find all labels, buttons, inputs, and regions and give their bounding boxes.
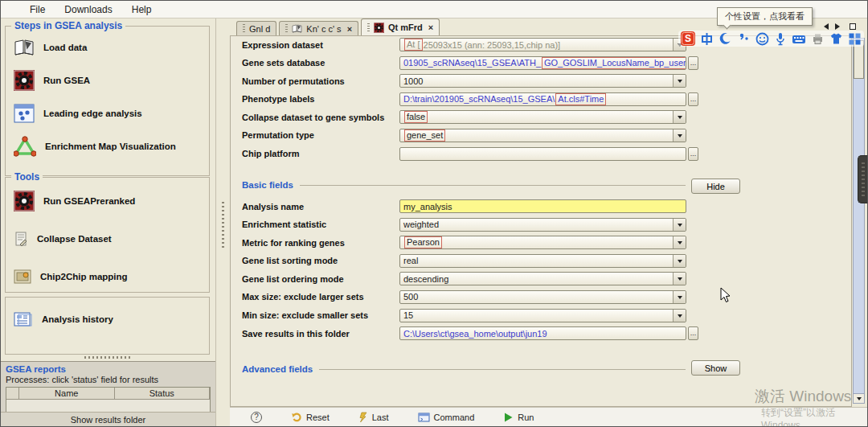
chip-icon (14, 269, 31, 284)
dropdown-arrow-icon[interactable] (673, 291, 686, 303)
dropdown-arrow-icon[interactable] (673, 273, 686, 285)
dropdown-arrow-icon[interactable] (673, 310, 686, 322)
show-button[interactable]: Show (691, 360, 740, 376)
vertical-splitter[interactable] (216, 18, 230, 426)
command-button[interactable]: Command (418, 412, 475, 423)
sidebar-item-run-gseapreranked[interactable]: Run GSEAPreranked (14, 191, 209, 211)
tab-scroll-right-icon[interactable] (835, 23, 843, 30)
form-row-permutation-type: Permutation typegene_set (242, 129, 698, 142)
sidebar-item-leading-edge-analysis[interactable]: Leading edge analysis (14, 103, 209, 124)
basic-fields-title: Basic fields (242, 180, 293, 190)
field-label: Metric for ranking genes (242, 238, 399, 248)
dock-handle[interactable] (858, 155, 867, 203)
input-analysis-name[interactable]: my_analysis (399, 199, 686, 213)
panel-tools-title: Tools (11, 171, 43, 183)
form-row-expression-dataset: Expression datasetAt [25093x15 (ann: 250… (242, 38, 698, 51)
basic-fields-section-header: Basic fields (242, 179, 686, 191)
field-label: Save results in this folder (242, 329, 399, 339)
field-label: Enrichment statistic (242, 220, 399, 229)
sidebar-item-load-data[interactable]: Load data (14, 37, 209, 58)
field-value: false (404, 111, 428, 123)
dropdown-permutation-type[interactable]: gene_set (399, 129, 686, 142)
sidebar-item-chip2chip-mapping[interactable]: Chip2Chip mapping (14, 266, 209, 287)
browse-button[interactable]: ... (688, 326, 698, 340)
input-chip-platform[interactable] (399, 147, 686, 161)
form-row-enrichment-statistic: Enrichment statisticweighted (242, 218, 698, 232)
dropdown-expression-dataset[interactable]: At [25093x15 (ann: 25093,15,chip na)] (399, 38, 686, 51)
browse-button[interactable]: ... (688, 56, 698, 70)
panel-steps: Steps in GSEA analysis Load dataRun GSEA… (5, 26, 210, 176)
hide-button[interactable]: Hide (691, 179, 740, 194)
sidebar-item-run-gsea[interactable]: Run GSEA (14, 70, 209, 91)
tab-gnl-d[interactable]: Gnl d (236, 21, 276, 35)
sidebar-horizontal-splitter[interactable] (1, 355, 215, 360)
dropdown-arrow-icon[interactable] (673, 75, 686, 87)
vertical-scrollbar[interactable] (853, 38, 865, 404)
input-save-results-in-this-folder[interactable]: C:\Users\ct\gsea_home\output\jun19 (399, 326, 686, 340)
grid-icon[interactable] (847, 31, 862, 46)
tab-kn-c-c-s[interactable]: Kn' c c' s× (279, 21, 358, 35)
sidebar-item-label: Run GSEA (43, 76, 90, 85)
zhong-icon (700, 32, 714, 46)
smiley-icon[interactable] (755, 31, 769, 46)
book-icon (292, 23, 302, 34)
command-icon (418, 412, 430, 423)
last-button[interactable]: Last (358, 412, 389, 423)
dropdown-max-size-exclude-larger-sets[interactable]: 500 (399, 290, 686, 304)
dropdown-metric-for-ranking-genes[interactable]: Pearson (399, 236, 686, 249)
menu-downloads[interactable]: Downloads (55, 2, 121, 17)
dropdown-arrow-icon[interactable] (673, 111, 686, 123)
moon-icon[interactable] (718, 31, 732, 46)
tab-close-icon[interactable]: × (428, 23, 433, 32)
grid-icon (848, 32, 862, 46)
dropdown-collapse-dataset-to-gene-symbols[interactable]: false (399, 110, 686, 124)
reports-col-status[interactable]: Status (115, 388, 211, 399)
dropdown-gene-list-ordering-mode[interactable]: descending (399, 272, 686, 285)
menu-help[interactable]: Help (122, 2, 162, 17)
keyboard-icon[interactable] (792, 31, 806, 46)
dropdown-arrow-icon[interactable] (673, 129, 686, 142)
tool-icon[interactable] (810, 31, 825, 46)
help-icon[interactable]: ? (251, 412, 262, 423)
input-phenotype-labels[interactable]: D:\train\201905_scRNAseq\15_GSEA\At.cls#… (399, 92, 686, 106)
scrollbar-down-arrow[interactable] (853, 393, 865, 404)
zhong-icon[interactable] (699, 31, 714, 46)
quote-icon (739, 32, 749, 45)
moon-icon (719, 32, 731, 45)
ime-tooltip-text: 个性设置，点我看看 (725, 10, 805, 23)
field-value: 500 (403, 292, 418, 302)
form-row-max-size-exclude-larger-sets: Max size: exclude larger sets500 (242, 290, 698, 304)
browse-button[interactable]: ... (688, 147, 698, 161)
browse-button[interactable]: ... (688, 92, 698, 106)
reset-button[interactable]: Reset (291, 412, 330, 423)
sidebar-item-analysis-history[interactable]: Analysis history (14, 309, 209, 330)
input-gene-sets-database[interactable]: 01905_scRNAseq\15_GSEA\ATH_GO_GOSLIM_Loc… (399, 56, 686, 70)
dropdown-arrow-icon[interactable] (673, 219, 686, 231)
dropdown-enrichment-statistic[interactable]: weighted (399, 218, 686, 232)
quote-icon[interactable] (736, 31, 751, 46)
gear-icon (374, 23, 384, 33)
show-results-folder-button[interactable]: Show results folder (1, 412, 215, 426)
doc-icon (14, 231, 28, 247)
dropdown-arrow-icon[interactable] (673, 236, 686, 248)
mic-icon[interactable] (773, 31, 788, 46)
sogou-icon[interactable]: S (681, 31, 695, 46)
dropdown-arrow-icon[interactable] (673, 255, 686, 267)
tab-scroll-left-icon[interactable] (821, 23, 829, 30)
dropdown-gene-list-sorting-mode[interactable]: real (399, 254, 686, 268)
tab-close-icon[interactable]: × (347, 24, 352, 34)
form-row-gene-list-sorting-mode: Gene list sorting modereal (242, 254, 698, 268)
dropdown-number-of-permutations[interactable]: 1000 (399, 74, 686, 88)
tab-qt-mfrd[interactable]: Qt mFrd× (361, 18, 440, 35)
sidebar-item-collapse-dataset[interactable]: Collapse Dataset (14, 228, 209, 249)
menu-file[interactable]: File (20, 2, 55, 17)
tool-icon (811, 32, 825, 45)
tab-list-icon[interactable] (850, 23, 856, 30)
dropdown-min-size-exclude-smaller-sets[interactable]: 15 (399, 309, 686, 322)
reports-col-name[interactable]: Name (19, 388, 115, 399)
tab-grip (243, 24, 245, 33)
run-button[interactable]: Run (503, 412, 534, 423)
shirt-icon[interactable] (829, 31, 843, 46)
reports-table-body (6, 400, 210, 413)
sidebar-item-enrichment-map-visualization[interactable]: Enrichment Map Visualization (14, 136, 209, 157)
